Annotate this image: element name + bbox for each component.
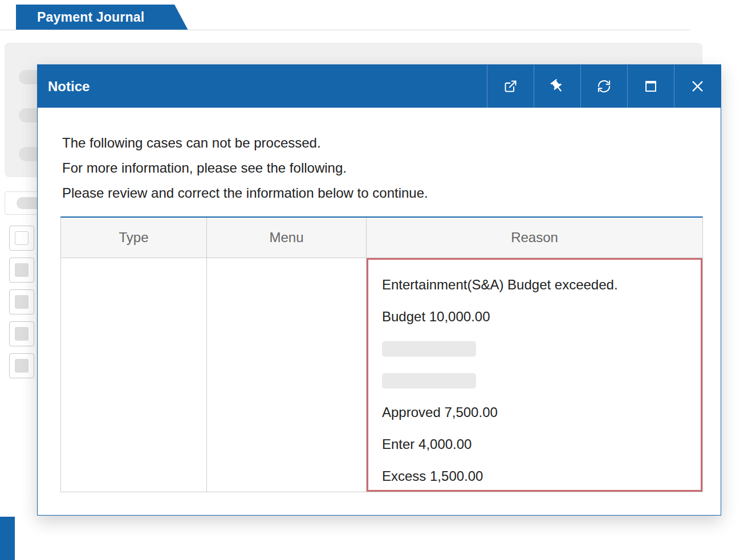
column-header-menu: Menu [207,218,367,257]
notice-table: Type Menu Reason Entertainment(S&A) Budg… [60,216,703,492]
checkbox-skeleton [9,353,34,378]
skeleton-pill [382,373,476,389]
open-in-new-window-icon [503,79,518,94]
notice-messages: The following cases can not be processed… [62,130,428,206]
modal-title: Notice [38,79,90,95]
reason-line: Enter 4,000.00 [382,428,695,460]
checkbox-skeleton [9,257,34,283]
column-header-type: Type [61,218,207,257]
notice-message-line: Please review and correct the informatio… [62,181,428,206]
table-row: Entertainment(S&A) Budget exceeded. Budg… [61,258,702,492]
reason-line: Entertainment(S&A) Budget exceeded. [382,269,695,301]
reason-line: Approved 7,500.00 [382,397,695,428]
refresh-button[interactable] [580,65,627,108]
checkbox-skeleton [9,226,34,251]
column-header-reason: Reason [367,218,702,257]
checkbox-skeleton [9,321,34,346]
cell-reason: Entertainment(S&A) Budget exceeded. Budg… [367,258,702,492]
checkbox-skeleton [9,289,34,314]
reason-error-box: Entertainment(S&A) Budget exceeded. Budg… [367,258,702,492]
tab-label: Payment Journal [37,10,144,25]
reason-line: Budget 10,000.00 [382,301,695,333]
open-in-new-window-button[interactable] [487,65,534,108]
notice-modal: Notice [37,64,721,516]
maximize-icon [643,79,658,94]
pin-button[interactable] [534,65,580,108]
pin-icon [547,76,568,97]
tab-payment-journal[interactable]: Payment Journal [16,5,188,30]
refresh-icon [596,79,612,94]
reason-skeleton-row [382,333,695,365]
notice-message-line: The following cases can not be processed… [62,130,428,156]
close-icon [690,79,705,94]
notice-modal-header: Notice [38,65,721,108]
reason-skeleton-row [382,365,695,397]
modal-header-actions [487,65,721,108]
tab-divider [0,30,690,30]
bottom-left-accent-bar [0,517,15,560]
notice-table-header: Type Menu Reason [61,218,702,258]
cell-menu [207,258,367,492]
cell-type [61,258,207,492]
reason-line: Excess 1,500.00 [382,460,695,492]
notice-message-line: For more information, please see the fol… [62,156,428,181]
payment-journal-page: Payment Journal Notice [0,0,752,560]
maximize-button[interactable] [627,65,674,108]
close-button[interactable] [674,65,721,108]
skeleton-pill [382,341,476,357]
